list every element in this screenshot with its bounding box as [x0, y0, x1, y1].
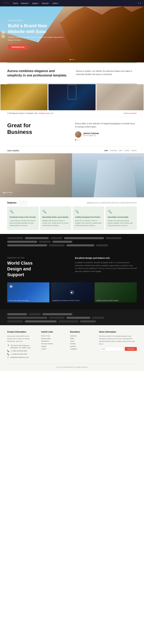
site-logo[interactable]: aurora● — [3, 2, 9, 5]
business-heading-block: Great for Business — [7, 122, 69, 136]
footer-link-facebook[interactable]: facebook — [70, 335, 95, 337]
feature-card-3: 🔍 Artfully Designed Font Picker Select f… — [72, 206, 104, 230]
portfolio-header: case studies new branding web mobile mot… — [0, 146, 144, 153]
template-email-link[interactable]: info@example.com — [38, 112, 54, 114]
hero-section: ▲ ▼ Introducing Aurora Build a Brand New… — [0, 6, 144, 62]
footer-link-privacy[interactable]: privacy policy — [41, 338, 66, 340]
footer-link-instagram[interactable]: instagram — [70, 348, 95, 350]
portfolio-tab-motion[interactable]: motion — [132, 150, 137, 152]
world-header: September 2nd, 2016 World Class Design a… — [7, 257, 137, 278]
nav-styles[interactable]: styles ▾ — [52, 2, 59, 4]
nav-pages[interactable]: pages ▾ — [32, 2, 39, 4]
footer-demo-text: All demo content is for sample purposes … — [99, 335, 137, 345]
dark-bar — [106, 237, 122, 239]
portfolio-caption-1: agg arora madird, spain — [2, 191, 12, 195]
search-icon-4: 🔍 — [108, 210, 112, 214]
portfolio-grid: agg arora madird, spain spire building n… — [0, 153, 144, 197]
hero-cta-button[interactable]: Download now — [8, 45, 28, 50]
hero-arrow-down[interactable]: ▼ — [2, 35, 5, 38]
features-header: features ‹ › aurora aurora is packed wit… — [0, 197, 144, 206]
footer-contact-intro: Aurora was made with ♥ by the RocketThem… — [7, 335, 37, 342]
portfolio-tab-new[interactable]: new — [104, 150, 108, 152]
social-links: f t — [138, 2, 141, 4]
feature-title-4: Classfully Customizable — [108, 216, 134, 218]
footer-link-youtube[interactable]: youtube — [70, 346, 95, 347]
features-prev-button[interactable]: ‹ — [18, 201, 22, 204]
business-heading-line2: Business — [7, 129, 32, 135]
portfolio-item-1[interactable]: agg arora madird, spain — [0, 153, 72, 197]
portfolio-tab-web[interactable]: web — [119, 150, 122, 152]
chevron-down-icon: ▾ — [28, 2, 30, 4]
footer-contact-col: contact information Aurora was made with… — [7, 331, 37, 360]
features-description: aurora aurora is packed with useful and … — [87, 202, 137, 204]
profile-dot-2[interactable] — [77, 139, 78, 140]
subscribe-email-input[interactable] — [99, 347, 124, 351]
world-image-3[interactable]: Detailed Guides and Active Support — [94, 282, 137, 302]
nav-home[interactable]: home — [13, 2, 18, 4]
features-left: features ‹ › — [7, 201, 27, 204]
footer-link-issue[interactable]: the issue tracker — [41, 343, 66, 344]
logo-text: aurora — [3, 2, 8, 3]
feature-title-3: Artfully Designed Font Picker — [75, 216, 102, 218]
footer-link-support[interactable]: support — [41, 346, 66, 347]
dark-stripe-section — [0, 234, 144, 250]
profile-slider-dots — [75, 139, 137, 140]
footer-link-twitter[interactable]: twitter — [70, 338, 95, 340]
footer-link-contact[interactable]: contact — [41, 348, 66, 350]
nav-layouts[interactable]: layouts ▾ — [42, 2, 50, 4]
gold-image — [0, 84, 48, 110]
gallery-image-3[interactable] — [96, 84, 144, 110]
portfolio-tab-mobile[interactable]: mobile — [124, 150, 130, 152]
footer-link-disclaimers[interactable]: disclaimers — [41, 340, 66, 342]
footer-phone2-row: 📞 +1 (555) 555-555-0056 — [7, 353, 37, 355]
profile-dot-3[interactable] — [78, 139, 80, 140]
world-image-2[interactable]: ▶ Designed to be Intuitive from Start to… — [51, 282, 93, 302]
browse-particles-link[interactable]: browse particles — [124, 112, 137, 114]
intro-section: Aurora combines elegance and simplicity … — [0, 63, 144, 84]
profile-dot-1[interactable] — [75, 139, 76, 140]
footer-link-vimeo[interactable]: vimeo — [70, 340, 95, 342]
dark-bar — [49, 244, 65, 246]
hero-content: Introducing Aurora Build a Brand New Web… — [0, 20, 72, 50]
dark-bar-row-2 — [7, 241, 137, 243]
world-image-1[interactable]: ▶ World Class Design and Support — [7, 282, 50, 302]
profile-title: ceo of apple inc. — [84, 134, 99, 136]
dark-bar — [25, 237, 49, 239]
email-icon: ✉ — [7, 356, 9, 358]
feature-text-2: Multiple default layout modes to choose … — [42, 220, 69, 227]
world-caption-3: Detailed Guides and Active Support — [96, 300, 118, 301]
footer-grid: contact information Aurora was made with… — [7, 331, 137, 360]
feature-text-4: Quality auto optimized options quickly a… — [108, 220, 134, 227]
feature-card-2: 🔍 Beautifully Bold Layout Modes Multiple… — [40, 206, 72, 230]
twitter-icon[interactable]: t — [140, 2, 141, 4]
caption-sub-1: madird, spain — [2, 194, 12, 195]
hero-dot-3[interactable] — [74, 59, 74, 60]
phone-icon-1: 📞 — [7, 350, 10, 352]
gallery-image-1[interactable] — [0, 84, 48, 110]
dark-bar — [50, 237, 62, 239]
hero-dot-1[interactable] — [70, 59, 71, 60]
intro-left: Aurora combines elegance and simplicity … — [7, 69, 68, 78]
footer-demo-title: demo information — [99, 331, 137, 333]
hero-arrow-up[interactable]: ▲ — [2, 31, 5, 34]
map-pin-icon: 📍 — [7, 344, 10, 346]
subscribe-button[interactable]: Subscribe — [125, 347, 137, 351]
hero-dots — [70, 59, 74, 60]
world-caption-1: World Class Design and Support — [9, 300, 29, 301]
features-next-button[interactable]: › — [23, 201, 27, 204]
footer-link-terms[interactable]: terms of use — [41, 335, 66, 337]
feature-text-1: Lorem features includes mild dream, powe… — [10, 220, 36, 227]
hero-dot-2[interactable] — [72, 59, 72, 60]
features-nav: ‹ › — [18, 201, 27, 204]
portfolio-item-2[interactable]: spire building new york, united states — [72, 153, 144, 197]
portfolio-tab-branding[interactable]: branding — [110, 150, 117, 152]
footer-link-linkedin[interactable]: linkedin — [70, 343, 95, 344]
dark-bar-row-1 — [7, 237, 137, 239]
nav-features[interactable]: features ▾ — [21, 2, 30, 4]
footer-links-col: useful links terms of use privacy policy… — [41, 331, 66, 360]
footer-phone1-row: 📞 +1 (555) 555-555-5555 — [7, 350, 37, 352]
feature-card-4: 🔍 Classfully Customizable Quality auto o… — [106, 206, 137, 230]
dark-bar — [7, 237, 23, 239]
gallery-image-2[interactable] — [48, 84, 96, 110]
facebook-icon[interactable]: f — [138, 2, 138, 4]
